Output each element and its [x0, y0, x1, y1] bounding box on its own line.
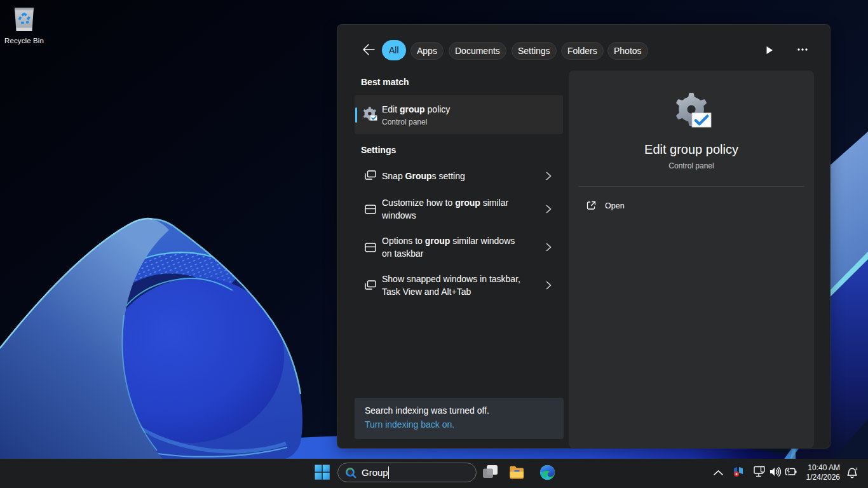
svg-text:z: z [855, 466, 858, 471]
